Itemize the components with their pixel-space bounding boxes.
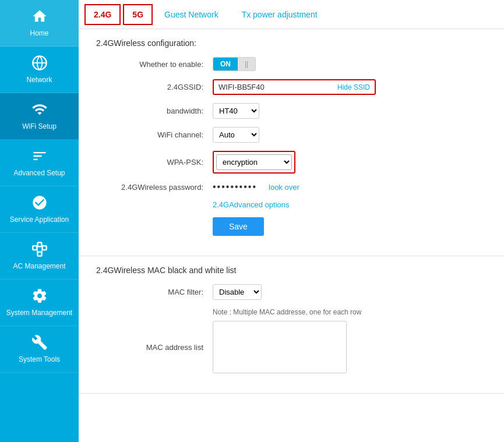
mac-section-title: 2.4GWireless MAC black and white list (96, 266, 487, 275)
mac-filter-control: Disable Whitelist Blacklist (213, 284, 487, 300)
advanced-icon (31, 148, 48, 167)
enable-label: Whether to enable: (96, 60, 213, 69)
look-over-button[interactable]: look over (269, 183, 299, 192)
wireless-config-title: 2.4GWireless configuration: (96, 38, 487, 48)
ssid-value: WIFI-BB5F40 (218, 83, 265, 91)
network-icon (31, 55, 48, 73)
mac-address-textarea[interactable] (213, 321, 347, 373)
toggle-off: || (238, 58, 255, 70)
sidebar-ac-label: AC Management (13, 262, 65, 271)
sidebar-service-label: Service Application (10, 215, 69, 225)
sidebar-item-wifi[interactable]: WiFi Setup (0, 93, 79, 140)
tab-guest[interactable]: Guest Network (155, 5, 228, 24)
wpa-row: WPA-PSK: encryption None WEP WPA-PSK WPA… (96, 151, 487, 174)
sidebar-item-network[interactable]: Network (0, 47, 79, 93)
tab-5g[interactable]: 5G (123, 4, 153, 25)
sidebar-item-system[interactable]: System Management (0, 280, 79, 326)
password-value: •••••••••• (213, 182, 257, 192)
svg-rect-4 (37, 252, 41, 256)
channel-select[interactable]: Auto 123456 (213, 127, 259, 143)
sidebar-item-service[interactable]: Service Application (0, 186, 79, 233)
bandwidth-row: bandwidth: HT40 HT20 HT80 (96, 103, 487, 119)
wpa-label: WPA-PSK: (96, 158, 213, 167)
password-label: 2.4GWireless password: (96, 183, 213, 192)
tools-icon (31, 334, 48, 353)
sidebar-item-advanced[interactable]: Advanced Setup (0, 140, 79, 186)
content-area: 2.4GWireless configuration: Whether to e… (79, 29, 504, 442)
enable-row: Whether to enable: ON || (96, 57, 487, 71)
wifi-icon (31, 101, 48, 120)
sidebar-wifi-label: WiFi Setup (22, 122, 57, 132)
svg-line-7 (37, 247, 37, 254)
tab-2g[interactable]: 2.4G (84, 4, 121, 25)
sidebar-network-label: Network (26, 76, 52, 85)
sidebar-advanced-label: Advanced Setup (13, 169, 65, 178)
wireless-config-section: 2.4GWireless configuration: Whether to e… (79, 29, 504, 256)
home-icon (31, 8, 48, 27)
mac-filter-select[interactable]: Disable Whitelist Blacklist (213, 284, 262, 300)
toggle-on: ON (213, 58, 238, 70)
mac-list-control (213, 321, 487, 373)
wpa-box: encryption None WEP WPA-PSK WPA2-PSK (213, 151, 295, 174)
main-content: 2.4G 5G Guest Network Tx power adjustmen… (79, 0, 504, 442)
sidebar-tools-label: System Tools (19, 355, 60, 365)
toggle-switch[interactable]: ON || (213, 57, 256, 71)
svg-line-8 (41, 245, 42, 248)
svg-rect-2 (33, 246, 37, 250)
service-icon (31, 195, 48, 213)
mac-filter-label: MAC filter: (96, 288, 213, 296)
svg-line-9 (41, 247, 42, 254)
password-control: •••••••••• look over (213, 182, 487, 192)
sidebar-item-home[interactable]: Home (0, 0, 79, 47)
ssid-label: 2.4GSSID: (96, 83, 213, 91)
advanced-options-link[interactable]: 2.4GAdvanced options (213, 200, 487, 209)
sidebar-system-label: System Management (6, 309, 72, 318)
channel-label: WiFi channel: (96, 130, 213, 139)
bandwidth-label: bandwidth: (96, 107, 213, 115)
password-row: 2.4GWireless password: •••••••••• look o… (96, 182, 487, 192)
enable-toggle: ON || (213, 57, 487, 71)
ac-icon (31, 241, 48, 260)
channel-row: WiFi channel: Auto 123456 (96, 127, 487, 143)
mac-list-label: MAC address list (96, 343, 213, 352)
mac-filter-row: MAC filter: Disable Whitelist Blacklist (96, 284, 487, 300)
system-icon (31, 288, 48, 306)
svg-rect-5 (42, 246, 46, 250)
bandwidth-control: HT40 HT20 HT80 (213, 103, 487, 119)
wpa-select[interactable]: encryption None WEP WPA-PSK WPA2-PSK (216, 154, 292, 170)
tab-txpower[interactable]: Tx power adjustment (232, 5, 327, 24)
mac-note: Note : Multiple MAC addresse, one for ea… (213, 308, 487, 316)
mac-list-row: MAC address list (96, 321, 487, 373)
save-button[interactable]: Save (213, 217, 264, 236)
svg-line-6 (37, 245, 37, 248)
svg-rect-3 (37, 242, 41, 246)
tab-bar: 2.4G 5G Guest Network Tx power adjustmen… (79, 0, 504, 29)
ssid-box[interactable]: WIFI-BB5F40 Hide SSID (213, 79, 376, 95)
ssid-control: WIFI-BB5F40 Hide SSID (213, 79, 487, 95)
sidebar: Home Network WiFi Setup Advanced Setup S… (0, 0, 79, 442)
wpa-control: encryption None WEP WPA-PSK WPA2-PSK (213, 151, 487, 174)
bandwidth-select[interactable]: HT40 HT20 HT80 (213, 103, 259, 119)
mac-section: 2.4GWireless MAC black and white list MA… (79, 256, 504, 394)
ssid-row: 2.4GSSID: WIFI-BB5F40 Hide SSID (96, 79, 487, 95)
sidebar-home-label: Home (30, 29, 48, 38)
sidebar-item-tools[interactable]: System Tools (0, 326, 79, 373)
hide-ssid-button[interactable]: Hide SSID (337, 83, 370, 91)
sidebar-item-ac[interactable]: AC Management (0, 233, 79, 280)
channel-control: Auto 123456 (213, 127, 487, 143)
